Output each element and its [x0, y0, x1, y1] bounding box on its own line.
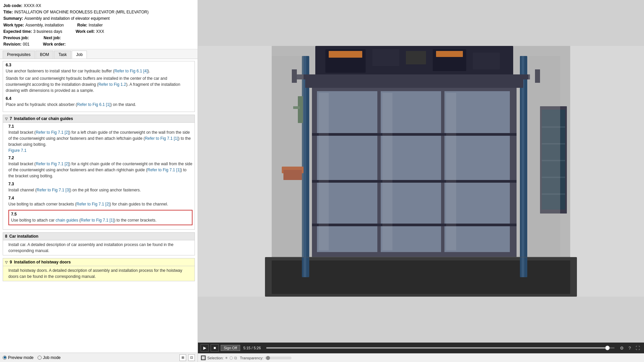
content-area[interactable]: 6.3 Use anchor fasteners to install stan… — [0, 59, 198, 353]
transparency-thumb — [266, 356, 270, 360]
previous-job-label: Previous job: — [3, 35, 29, 41]
link-fig-7-1-3[interactable]: Refer to Fig 7.1 [3] — [37, 188, 70, 192]
subsection-6-4-number: 6.4 — [6, 96, 192, 101]
settings-button[interactable]: ⚙ — [619, 345, 625, 351]
section-9-text: Install hoistway doors. A detailed descr… — [8, 267, 193, 280]
link-fig-7-1-2b[interactable]: Refer to Fig 7.1 [2] — [36, 162, 69, 166]
play-button[interactable]: ▶ — [201, 344, 209, 352]
section-8-title: Car installation — [9, 234, 39, 239]
section-8-body: Install car. A detailed description of c… — [3, 240, 195, 255]
subsection-7-2: 7.2 Install bracket (Refer to Fig 7.1 [2… — [8, 156, 193, 179]
subsection-7-3-number: 7.3 — [8, 182, 193, 186]
role-label: Role: — [77, 22, 87, 28]
section-7-header[interactable]: ▽ 7 Installation of car chain guides — [3, 115, 195, 123]
subsection-7-1: 7.1 Install bracket (Refer to Fig 7.1 [2… — [8, 124, 193, 153]
link-fig-6-1-1[interactable]: Refer to Fig 6.1 [1] — [77, 102, 110, 107]
tab-job[interactable]: Job — [72, 51, 87, 59]
figure-7-1-link[interactable]: Figure 7.1 — [8, 148, 193, 153]
subsection-7-3-text: Install channel (Refer to Fig 7.1 [3]) o… — [8, 187, 193, 193]
section-8-number: 8 — [5, 234, 7, 239]
tab-prerequisites[interactable]: Prerequisites — [3, 51, 35, 59]
svg-rect-24 — [329, 51, 362, 58]
sign-off-button[interactable]: Sign Off — [221, 345, 240, 351]
work-type-value: Assembly, installation — [25, 22, 64, 28]
section-7-number: 7 — [10, 116, 12, 121]
job-code-label: Job code: — [3, 3, 22, 9]
subsection-7-3: 7.3 Install channel (Refer to Fig 7.1 [3… — [8, 182, 193, 193]
subsection-6-3-text: Use anchor fasteners to install stand fo… — [6, 68, 192, 74]
subsection-7-5-text: Use bolting to attach car chain guides (… — [11, 217, 190, 223]
section-9-title: Installation of hoistway doors — [14, 260, 71, 264]
expected-time-label: Expected time: — [3, 28, 32, 35]
subsection-7-1-number: 7.1 — [8, 124, 193, 129]
toolbar-icon-selection: 🔲 — [201, 355, 206, 360]
time-current: 5:15 — [244, 346, 251, 350]
link-fig-7-1-1c[interactable]: Refer to Fig 7.1 [1] — [80, 218, 114, 223]
svg-rect-43 — [319, 93, 329, 250]
transparency-label: Transparency: — [240, 356, 263, 360]
tab-task[interactable]: Task — [54, 51, 71, 59]
selection-tool: 🔲 Selection: ✶ ⬡ ⧉ — [201, 355, 237, 360]
section-7-body: 7.1 Install bracket (Refer to Fig 7.1 [2… — [3, 123, 195, 230]
subsection-7-4: 7.4 Use bolting to attach corner bracket… — [8, 196, 193, 207]
link-fig-7-1-2a[interactable]: Refer to Fig 7.1 [2] — [36, 130, 69, 135]
expected-time-value: 3 business days — [33, 28, 62, 35]
section-8-header[interactable]: 8 Car installation — [3, 232, 195, 240]
subsection-6-3-extra: Stands for car and counterweight hydraul… — [6, 75, 192, 94]
svg-rect-26 — [295, 74, 530, 79]
svg-rect-41 — [272, 56, 304, 257]
work-cell-value: XXX — [96, 28, 104, 35]
link-fig-6-1-4[interactable]: Refer to Fig 6.1 [4] — [114, 69, 148, 73]
link-fig-7-1-2c[interactable]: Refer to Fig 7.1 [2] — [76, 202, 110, 206]
progress-bar[interactable] — [266, 347, 614, 349]
svg-rect-14 — [312, 133, 517, 136]
link-fig-1-2[interactable]: Refer to Fig 1.2 — [98, 82, 126, 87]
svg-rect-42 — [528, 56, 560, 257]
selection-label: Selection: — [207, 356, 223, 360]
section-7-title: Installation of car chain guides — [14, 116, 73, 121]
subsection-6-3-number: 6.3 — [6, 63, 192, 67]
selection-icon-2[interactable]: ⬡ — [229, 356, 233, 360]
job-code-value: XXXX-XX — [24, 3, 41, 9]
preview-mode-circle — [3, 356, 7, 360]
shrink-icon-btn[interactable]: ⊡ — [188, 354, 195, 361]
selection-icon-1[interactable]: ✶ — [225, 356, 228, 360]
link-chain-guides[interactable]: chain guides — [56, 218, 78, 223]
subsection-7-1-text: Install bracket (Refer to Fig 7.1 [2]) f… — [8, 129, 193, 147]
left-panel: Job code: XXXX-XX Title: INSTALLATION OF… — [0, 0, 198, 362]
job-mode-radio[interactable]: Job mode — [38, 355, 61, 360]
subsection-6-3: 6.3 Use anchor fasteners to install stan… — [6, 63, 192, 94]
help-button[interactable]: ? — [627, 345, 632, 351]
section-9-header[interactable]: ▽ 9 Installation of hoistway doors — [3, 258, 195, 266]
stop-icon: ■ — [213, 346, 216, 350]
viewer-area — [198, 0, 644, 343]
progress-thumb — [605, 346, 610, 350]
preview-mode-radio[interactable]: Preview mode — [3, 355, 34, 360]
subsection-6-4: 6.4 Place and fix hydraulic shock absorb… — [6, 96, 192, 108]
svg-rect-25 — [436, 51, 463, 57]
transparency-slider[interactable] — [265, 357, 291, 359]
subsection-7-2-number: 7.2 — [8, 156, 193, 160]
mode-radio-group: Preview mode Job mode — [3, 355, 61, 360]
expand-icon-btn[interactable]: ⊞ — [179, 354, 186, 361]
selection-icon-3[interactable]: ⧉ — [234, 356, 237, 360]
revision-label: Revision: — [3, 41, 21, 48]
link-fig-7-1-1a[interactable]: Refer to Fig 7.1 [1] — [145, 136, 178, 141]
tab-bom[interactable]: BOM — [36, 51, 53, 59]
svg-rect-9 — [522, 56, 524, 277]
section-9-number: 9 — [10, 260, 12, 264]
svg-rect-23 — [473, 53, 500, 69]
svg-rect-2 — [570, 46, 644, 297]
section-8-text: Install car. A detailed description of c… — [8, 242, 193, 254]
fullscreen-button[interactable]: ⛶ — [634, 345, 641, 351]
section-7-block: ▽ 7 Installation of car chain guides 7.1… — [3, 115, 195, 230]
stop-button[interactable]: ■ — [211, 344, 219, 352]
job-mode-label: Job mode — [43, 355, 61, 360]
svg-rect-45 — [446, 93, 456, 250]
bottom-icons: ⊞ ⊡ — [179, 354, 195, 361]
subsection-7-4-text: Use bolting to attach corner brackets (R… — [8, 201, 193, 207]
link-fig-7-1-1b[interactable]: Refer to Fig 7.1 [1] — [147, 168, 180, 172]
svg-rect-21 — [406, 51, 426, 64]
svg-rect-1 — [198, 46, 272, 297]
work-cell-label: Work cell: — [75, 28, 95, 35]
